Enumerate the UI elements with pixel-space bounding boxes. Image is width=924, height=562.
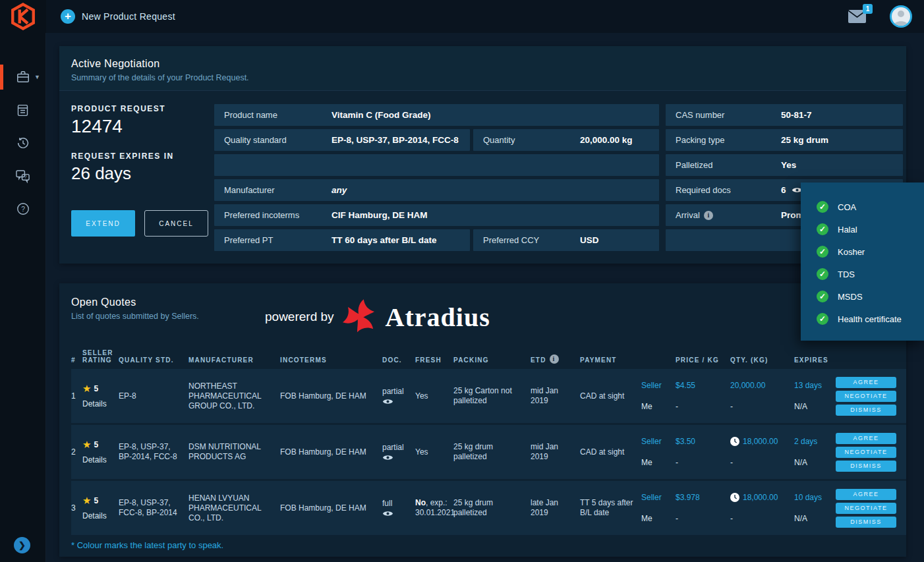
field-value: Vitamin C (Food Grade): [332, 110, 431, 120]
messages-button[interactable]: 1: [848, 10, 866, 23]
clock-icon: [730, 437, 739, 446]
col-doc: DOC.: [382, 356, 415, 364]
new-product-request-button[interactable]: + New Product Request: [61, 9, 175, 24]
field-empty-row: [214, 154, 659, 176]
field-label: Product name: [214, 110, 332, 120]
brand-logo[interactable]: [0, 0, 46, 33]
doc-name: COA: [838, 202, 856, 212]
sidebar-item-history[interactable]: [0, 126, 45, 159]
doc-item: ✓ Health certificate: [817, 308, 924, 330]
svg-text:?: ?: [21, 206, 25, 213]
details-link[interactable]: Details: [82, 511, 113, 521]
chevron-down-icon: ▼: [34, 74, 40, 80]
doc-item: ✓ TDS: [817, 263, 924, 285]
me-expires: N/A: [794, 514, 836, 524]
check-icon: ✓: [817, 246, 828, 258]
agree-button[interactable]: AGREE: [836, 433, 896, 444]
field-value: 20,000.00 kg: [580, 135, 633, 145]
row-number: 3: [71, 503, 82, 513]
field-preferred-pt: Preferred PT TT 60 days after B/L date: [214, 229, 470, 251]
rating-value: 5: [94, 496, 98, 506]
payment: CAD at sight: [580, 447, 641, 457]
extend-button[interactable]: EXTEND: [71, 210, 135, 237]
col-payment: PAYMENT: [580, 356, 641, 364]
sidebar-item-help[interactable]: ?: [0, 192, 45, 225]
seller-rating: ★ 5: [82, 439, 113, 451]
me-label: Me: [641, 458, 676, 468]
field-product-name: Product name Vitamin C (Food Grade): [214, 104, 659, 126]
eye-icon[interactable]: [382, 510, 393, 517]
kemiex-hexagon-k-icon: [9, 3, 37, 30]
field-value: 50-81-7: [781, 110, 812, 120]
star-icon: ★: [82, 439, 91, 451]
field-label: Preferred CCY: [473, 235, 580, 245]
col-etd-label: ETD: [531, 356, 546, 364]
me-qty: -: [730, 458, 794, 468]
eye-icon[interactable]: [382, 398, 393, 405]
negotiate-button[interactable]: NEGOTIATE: [836, 447, 896, 458]
page-title: Active Negotiation: [71, 58, 906, 70]
negotiation-header: Active Negotiation Summary of the detail…: [59, 46, 906, 91]
quote-row: 2 ★ 5 Details EP-8, USP-37, BP-2014, FCC…: [71, 425, 906, 479]
cancel-button[interactable]: CANCEL: [144, 210, 208, 237]
quotes-table: # SELLER RATING QUALITY STD. MANUFACTURE…: [59, 349, 906, 535]
row-number: 1: [71, 391, 82, 401]
check-icon: ✓: [817, 268, 828, 280]
field-label: CAS number: [666, 110, 781, 120]
col-manufacturer: MANUFACTURER: [188, 356, 280, 364]
info-icon[interactable]: i: [550, 354, 559, 364]
agree-button[interactable]: AGREE: [836, 377, 896, 388]
me-price: -: [676, 458, 730, 468]
field-value: any: [332, 185, 347, 195]
doc-status: partial: [382, 443, 404, 453]
page-subtitle: Summary of the details of your Product R…: [71, 73, 906, 82]
manufacturer: HENAN LVYUAN PHARMACEUTICAL CO., LTD.: [188, 493, 280, 523]
check-icon: ✓: [817, 201, 828, 213]
doc-item: ✓ Kosher: [817, 240, 924, 263]
request-summary: PRODUCT REQUEST 12474 REQUEST EXPIRES IN…: [71, 104, 214, 254]
sidebar-item-orders[interactable]: [0, 94, 45, 126]
doc-name: Halal: [838, 225, 857, 235]
col-price: PRICE / KG: [676, 356, 730, 364]
field-value: 6: [781, 185, 786, 195]
me-expires: N/A: [794, 402, 836, 412]
dismiss-button[interactable]: DISMISS: [836, 461, 896, 472]
check-icon: ✓: [817, 313, 828, 325]
dismiss-button[interactable]: DISMISS: [836, 405, 896, 416]
quote-row: 1 ★ 5 Details EP-8 NORTHEAST PHARMACEUTI…: [71, 369, 906, 423]
request-fields-middle: Product name Vitamin C (Food Grade) Qual…: [214, 104, 659, 254]
agree-button[interactable]: AGREE: [836, 489, 896, 500]
col-packing: PACKING: [453, 356, 531, 364]
field-value: 25 kg drum: [781, 135, 828, 145]
field-value: TT 60 days after B/L date: [332, 235, 437, 245]
details-link[interactable]: Details: [82, 455, 113, 465]
colour-footnote: * Colour marks the latest party to speak…: [71, 540, 906, 550]
field-label: Quantity: [473, 135, 580, 145]
doc-name: Health certificate: [838, 314, 902, 324]
fresh-bold: No: [415, 498, 426, 507]
field-label: Packing type: [666, 135, 781, 145]
sidebar-item-chat[interactable]: ?: [0, 159, 45, 192]
negotiate-button[interactable]: NEGOTIATE: [836, 503, 896, 514]
seller-price: $4.55: [676, 381, 730, 391]
info-icon[interactable]: i: [704, 211, 713, 220]
rating-value: 5: [94, 384, 98, 394]
manufacturer: NORTHEAST PHARMACEUTICAL GROUP CO., LTD.: [188, 381, 280, 411]
negotiate-button[interactable]: NEGOTIATE: [836, 391, 896, 402]
sidebar-expand-button[interactable]: ❯: [14, 537, 30, 553]
dismiss-button[interactable]: DISMISS: [836, 517, 896, 528]
person-icon: [892, 7, 910, 26]
payment: TT 5 days after B/L date: [580, 498, 641, 518]
app-root: + New Product Request 1: [0, 0, 924, 562]
field-manufacturer: Manufacturer any: [214, 179, 659, 201]
etd: mid Jan 2019: [531, 386, 580, 406]
seller-label: Seller: [641, 381, 676, 391]
rating-value: 5: [94, 440, 98, 450]
eye-icon[interactable]: [382, 454, 393, 461]
details-link[interactable]: Details: [82, 399, 113, 409]
user-avatar[interactable]: [890, 5, 912, 28]
open-quotes-card: Open Quotes List of quotes submitted by …: [59, 283, 906, 557]
sidebar-item-trading[interactable]: ▼: [0, 61, 45, 94]
doc-status: partial: [382, 387, 404, 397]
active-negotiation-card: Active Negotiation Summary of the detail…: [59, 46, 906, 264]
